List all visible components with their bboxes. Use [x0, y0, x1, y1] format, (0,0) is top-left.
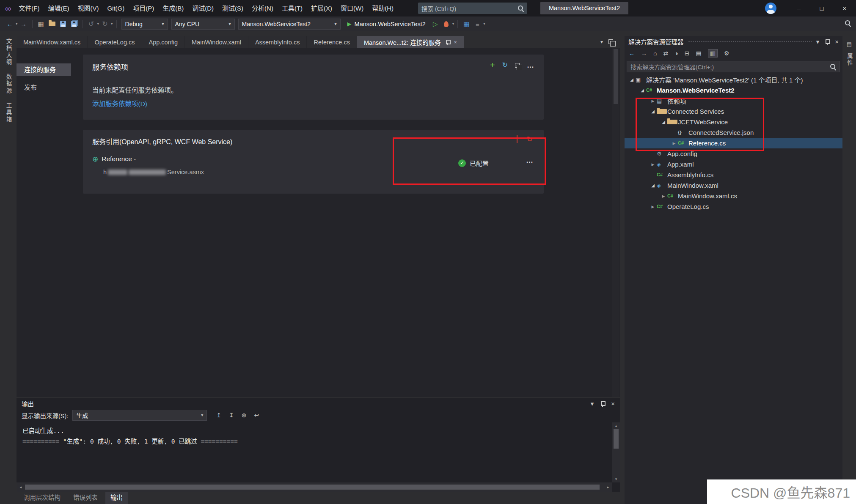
tree-expanded-icon[interactable]: ◢ [649, 109, 657, 114]
tree-collapsed-icon[interactable]: ▶ [649, 205, 657, 209]
tree-item[interactable]: ▶◈App.xaml [625, 159, 842, 170]
tree-item[interactable]: ▶C#OperateLog.cs [625, 201, 842, 212]
tree-item[interactable]: ◢▣解决方案 'Manson.WebServiceTest2' (1 个项目, … [625, 74, 842, 85]
menu-item[interactable]: 测试(S) [218, 0, 248, 16]
open-file-icon[interactable] [47, 19, 57, 30]
account-avatar[interactable] [765, 3, 776, 14]
sync-icon[interactable]: ⇄ [663, 50, 668, 56]
editor-tab[interactable]: Reference.cs [307, 36, 357, 48]
tree-item[interactable]: ◢C#Manson.WebServiceTest2 [625, 85, 842, 96]
close-icon[interactable]: × [835, 38, 839, 45]
menu-item[interactable]: 文件(F) [14, 0, 44, 16]
tree-expanded-icon[interactable]: ◢ [639, 88, 646, 93]
tree-item[interactable]: ▶C#Reference.cs [625, 138, 842, 148]
menu-item[interactable]: 窗口(W) [336, 0, 368, 16]
tree-item[interactable]: {}ConnectedService.json [625, 127, 842, 138]
back-icon[interactable]: ← [629, 50, 635, 56]
home-icon[interactable]: ⌂ [653, 50, 657, 56]
refresh-icon[interactable]: ↻ [502, 62, 508, 68]
tree-item[interactable]: ⚙App.config [625, 148, 842, 159]
tree-collapsed-icon[interactable]: ▶ [670, 141, 678, 145]
clear-all-icon[interactable]: ⊗ [242, 412, 247, 418]
back-icon[interactable]: ← [5, 19, 14, 30]
more-icon[interactable]: … [527, 62, 534, 69]
scroll-left-icon[interactable]: ◂ [17, 482, 24, 492]
editor-tab[interactable]: MainWindow.xaml [185, 36, 248, 48]
solution-search-box[interactable]: 搜索解决方案资源管理器(Ctrl+;) [627, 61, 840, 72]
tree-expanded-icon[interactable]: ◢ [649, 183, 657, 188]
menu-item[interactable]: 视图(V) [73, 0, 103, 16]
scrollbar-thumb[interactable] [614, 49, 618, 104]
editor-tab[interactable]: App.config [142, 36, 185, 48]
editor-tab[interactable]: AssemblyInfo.cs [248, 36, 307, 48]
menu-item[interactable]: 工具(T) [278, 0, 307, 16]
show-all-files-icon[interactable]: ▥ [708, 49, 718, 58]
panel-tab[interactable]: 错误列表 [68, 492, 103, 504]
properties-icon[interactable]: ▤ [847, 41, 852, 47]
tree-item[interactable]: ▶C#MainWindow.xaml.cs [625, 191, 842, 201]
menu-item[interactable]: 分析(N) [248, 0, 278, 16]
undo-icon[interactable]: ↺ [87, 19, 96, 30]
list-icon[interactable]: ≡ [473, 19, 482, 30]
drag-grip[interactable] [688, 41, 812, 43]
panel-tab[interactable]: 调用层次结构 [19, 492, 66, 504]
activity-tab[interactable]: 文档大纲 [4, 38, 13, 66]
menu-item[interactable]: 扩展(X) [307, 0, 336, 16]
add-service-dependency-link[interactable]: 添加服务依赖项(D) [92, 99, 147, 108]
document-list-chevron-icon[interactable]: ▾ [600, 39, 603, 44]
scrollbar-thumb[interactable] [25, 485, 600, 490]
chevron-down-icon[interactable]: ▾ [483, 22, 485, 26]
word-wrap-icon[interactable]: ↩ [254, 412, 259, 418]
tree-collapsed-icon[interactable]: ▶ [649, 162, 657, 167]
chevron-down-icon[interactable]: ▾ [591, 400, 594, 407]
menu-item[interactable]: 帮助(H) [368, 0, 398, 16]
vertical-tab-properties[interactable]: 属性 [845, 53, 853, 67]
startup-project-dropdown[interactable]: Manson.WebServiceTest2 ▾ [238, 19, 341, 30]
save-all-icon[interactable] [69, 19, 79, 30]
collapse-all-icon[interactable]: ⊟ [685, 50, 690, 56]
refresh-icon[interactable]: ↻ [527, 136, 533, 143]
pin-icon[interactable] [600, 400, 605, 407]
pending-icon[interactable]: ◑ [674, 50, 678, 56]
close-icon[interactable]: × [611, 400, 615, 407]
minimize-button[interactable]: – [787, 0, 810, 16]
add-icon[interactable]: + [490, 61, 495, 69]
next-message-icon[interactable]: ↧ [229, 412, 234, 418]
panel-tab[interactable]: 输出 [105, 492, 128, 504]
tree-expanded-icon[interactable]: ◢ [660, 120, 667, 124]
chevron-down-icon[interactable]: ▾ [16, 22, 18, 26]
menu-item[interactable]: 生成(B) [158, 0, 188, 16]
properties-icon[interactable]: ▤ [696, 50, 701, 56]
tree-item[interactable]: C#AssemblyInfo.cs [625, 170, 842, 180]
editor-tab[interactable]: MainWindow.xaml.cs [17, 36, 88, 48]
horizontal-scrollbar[interactable]: ◂ ▸ [17, 482, 612, 492]
designer-scrollbar[interactable] [612, 48, 619, 397]
editor-tab[interactable]: OperateLog.cs [88, 36, 142, 48]
grid-icon[interactable]: ▦ [462, 19, 471, 30]
menu-item[interactable]: 调试(D) [188, 0, 218, 16]
tree-item[interactable]: ◢JCETWebService [625, 117, 842, 127]
tree-expanded-icon[interactable]: ◢ [628, 77, 636, 82]
redo-icon[interactable]: ↻ [100, 19, 110, 30]
maximize-button[interactable]: □ [810, 0, 833, 16]
start-without-debugging-icon[interactable]: ▷ [431, 19, 440, 30]
wrench-icon[interactable]: ⚙ [724, 50, 729, 56]
start-debugging-button[interactable]: ▶ Manson.WebServiceTest2 [347, 19, 426, 30]
tree-item[interactable]: ▶▤依赖项 [625, 96, 842, 106]
search-icon[interactable] [845, 20, 851, 26]
scroll-down-icon[interactable]: ▾ [612, 476, 620, 482]
more-icon[interactable]: … [526, 157, 534, 164]
service-reference-row[interactable]: ⊕ Reference - [92, 155, 136, 163]
pin-icon[interactable] [824, 38, 830, 45]
platform-dropdown[interactable]: Any CPU ▾ [171, 19, 235, 30]
forward-icon[interactable]: → [19, 19, 28, 30]
chevron-down-icon[interactable]: ▾ [452, 22, 454, 26]
menu-item[interactable]: 项目(P) [129, 0, 158, 16]
scrollbar-thumb[interactable] [614, 429, 619, 449]
close-button[interactable]: × [833, 0, 856, 16]
scroll-up-icon[interactable]: ▴ [612, 423, 620, 429]
menu-item[interactable]: Git(G) [103, 0, 129, 16]
chevron-down-icon[interactable]: ▾ [97, 22, 99, 26]
editor-tab[interactable]: Manson.We...t2: 连接的服务× [357, 36, 464, 48]
designer-nav-item[interactable]: 连接的服务 [17, 63, 71, 76]
